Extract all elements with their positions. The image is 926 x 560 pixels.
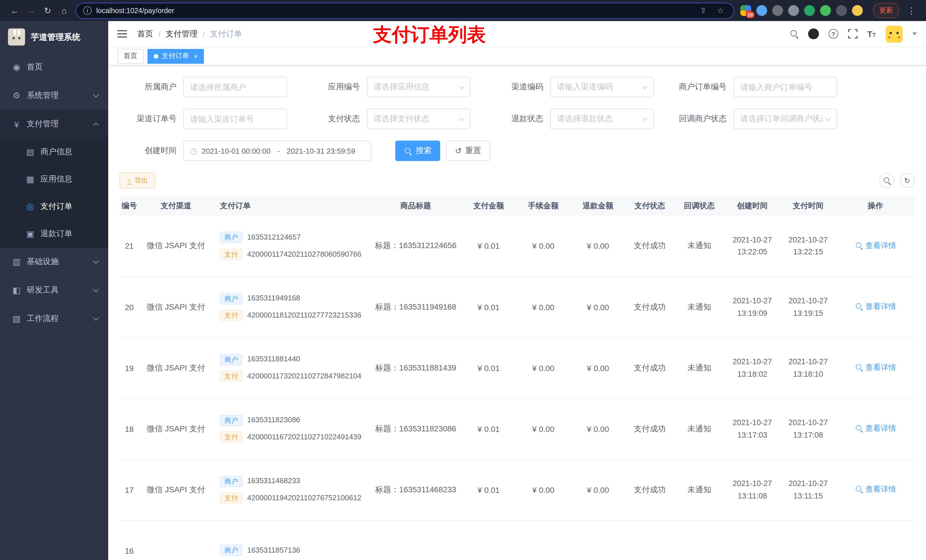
view-detail-link[interactable]: 查看详情	[855, 302, 896, 312]
create-date: 2021-10-27	[727, 295, 778, 307]
create-date: 2021-10-27	[727, 356, 778, 368]
refresh-table-button[interactable]: ↻	[900, 173, 915, 188]
cell-pay-amount: ¥ 0.01	[461, 459, 516, 520]
site-info-icon[interactable]: i	[83, 6, 92, 15]
extension-icon[interactable]	[772, 5, 783, 16]
filter-input-merchant-order-no[interactable]	[734, 77, 837, 97]
extension-icon[interactable]: 10	[740, 5, 751, 16]
filter-label: 创建时间	[120, 146, 183, 156]
extension-icon[interactable]	[820, 5, 831, 16]
page-title: 支付订单列表	[373, 22, 486, 48]
tab-home[interactable]: 首页	[117, 49, 144, 63]
view-detail-link[interactable]: 查看详情	[855, 362, 896, 373]
cell-notify-status: 未通知	[674, 338, 725, 398]
extension-icon[interactable]	[756, 5, 767, 16]
filter-input-channel-order-no[interactable]	[190, 115, 280, 124]
filter-select-refund-status[interactable]: 请选择退款状态	[550, 109, 654, 129]
forward-icon[interactable]: →	[23, 6, 39, 15]
pay-tag: 支付	[220, 249, 243, 260]
order-merchant-line: 商户1635311857136	[220, 545, 368, 557]
sidebar-item-devtools[interactable]: ◧研发工具	[0, 276, 108, 305]
filter-field-notify-status: 回调商户状态请选择订单回调商户状态	[670, 109, 837, 129]
search-button[interactable]: 搜索	[395, 140, 440, 161]
gear-icon: ⚙	[10, 91, 23, 101]
github-button[interactable]	[808, 29, 819, 39]
sidebar-item-system[interactable]: ⚙系统管理	[0, 82, 108, 110]
filter-select-pay-status[interactable]: 请选择支付状态	[367, 109, 471, 129]
breadcrumb-item-payment[interactable]: 支付管理	[166, 29, 198, 39]
filter-select-app-no[interactable]: 请选择应用信息	[367, 77, 471, 97]
font-size-button[interactable]: TT	[867, 29, 876, 39]
merchant-order-no: 1635312124657	[247, 232, 301, 244]
sidebar-item-workflow[interactable]: ▧工作流程	[0, 305, 108, 333]
user-avatar[interactable]	[885, 25, 903, 42]
column-header: 创建时间	[725, 196, 780, 216]
filter-select-notify-status[interactable]: 请选择订单回调商户状态	[734, 109, 837, 129]
cell-channel: 微信 JSAPI 支付	[139, 338, 213, 398]
view-detail-link[interactable]: 查看详情	[855, 484, 896, 495]
pay-order-no: 4200001174202110278060590766	[247, 249, 362, 261]
filter-input-merchant-order-no[interactable]	[740, 83, 830, 92]
bookmark-star-icon[interactable]: ☆	[714, 6, 727, 15]
filter-row-1: 所属商户应用编号请选择应用信息渠道编码请输入渠道编码商户订单编号	[120, 77, 915, 97]
toggle-search-button[interactable]	[879, 173, 894, 188]
reset-button-label: 重置	[465, 146, 481, 156]
cell-title: 标题：1635312124656	[370, 216, 461, 276]
active-tab-dot	[154, 54, 158, 58]
extension-icon[interactable]	[804, 5, 815, 16]
reset-button[interactable]: ↺ 重置	[446, 140, 490, 161]
pay-date: 2021-10-27	[782, 477, 834, 490]
filter-input-merchant[interactable]	[190, 83, 280, 92]
filter-select-channel-code[interactable]: 请输入渠道编码	[550, 77, 654, 97]
target-icon: ◎	[24, 201, 36, 212]
merchant-order-no: 1635311881440	[247, 353, 300, 365]
breadcrumb: 首页 / 支付管理 / 支付订单	[137, 29, 242, 39]
merchant-tag: 商户	[220, 475, 243, 487]
sidebar-item-merchant-info[interactable]: ▤商户信息	[0, 138, 108, 166]
cell-pay-amount: ¥ 0.01	[461, 338, 516, 398]
question-icon: ?	[828, 29, 838, 39]
date-range-picker[interactable]: ◷ 2021-10-01 00:00:00 - 2021-10-31 23:59…	[183, 140, 371, 161]
close-tab-icon[interactable]: ×	[194, 52, 198, 60]
sidebar-item-payment[interactable]: ¥支付管理	[0, 110, 108, 138]
cell-id: 21	[120, 216, 139, 276]
view-detail-link[interactable]: 查看详情	[855, 240, 896, 251]
app-logo[interactable]: 芋道管理系统	[0, 21, 108, 53]
cell-fee-amount: ¥ 0.00	[516, 338, 570, 398]
cell-order: 商户1635311949168支付42000011812021102777232…	[213, 276, 370, 338]
home-icon[interactable]: ⌂	[56, 6, 72, 15]
sidebar-item-refund-order[interactable]: ▣退款订单	[0, 220, 108, 248]
submenu-payment: ▤商户信息▦应用信息◎支付订单▣退款订单	[0, 138, 108, 248]
view-detail-label: 查看详情	[865, 484, 896, 495]
back-icon[interactable]: ←	[7, 6, 22, 15]
fullscreen-button[interactable]	[848, 29, 857, 39]
pay-date: 2021-10-27	[782, 356, 834, 368]
address-bar[interactable]: i localhost:1024/pay/order ⇧ ☆	[76, 3, 734, 18]
hamburger-icon[interactable]	[117, 30, 127, 38]
filter-input-merchant[interactable]	[183, 77, 287, 97]
sidebar-item-label: 退款订单	[41, 229, 98, 239]
export-button[interactable]: ↓ 导出	[120, 172, 156, 189]
share-icon[interactable]: ⇧	[697, 6, 710, 15]
reload-icon[interactable]: ↻	[40, 5, 55, 16]
sidebar-item-home[interactable]: ◉首页	[0, 53, 108, 82]
chevron-down-icon[interactable]	[912, 32, 917, 35]
pay-order-no: 4200001181202110277723215336	[247, 309, 362, 322]
help-button[interactable]: ?	[828, 29, 838, 39]
extension-icon[interactable]	[836, 5, 847, 16]
extension-icon[interactable]	[788, 5, 799, 16]
sidebar-item-infrastructure[interactable]: ▥基础设施	[0, 248, 108, 276]
overflow-menu-icon[interactable]: ⋮	[904, 5, 919, 16]
sidebar-item-app-info[interactable]: ▦应用信息	[0, 166, 108, 193]
extension-icon[interactable]	[852, 5, 863, 16]
url-text: localhost:1024/pay/order	[96, 6, 174, 15]
sidebar-item-pay-order[interactable]: ◎支付订单	[0, 193, 108, 220]
search-menu-button[interactable]	[790, 30, 798, 38]
browser-update-button[interactable]: 更新	[873, 3, 899, 18]
view-detail-link[interactable]: 查看详情	[855, 423, 896, 434]
tab-pay-order[interactable]: 支付订单 ×	[147, 49, 204, 63]
breadcrumb-item-home[interactable]: 首页	[137, 29, 153, 39]
cell-create-time: 2021-10-2713:19:09	[725, 276, 780, 338]
browser-toolbar: ← → ↻ ⌂ i localhost:1024/pay/order ⇧ ☆ 1…	[0, 0, 926, 21]
filter-input-channel-order-no[interactable]	[183, 109, 287, 129]
